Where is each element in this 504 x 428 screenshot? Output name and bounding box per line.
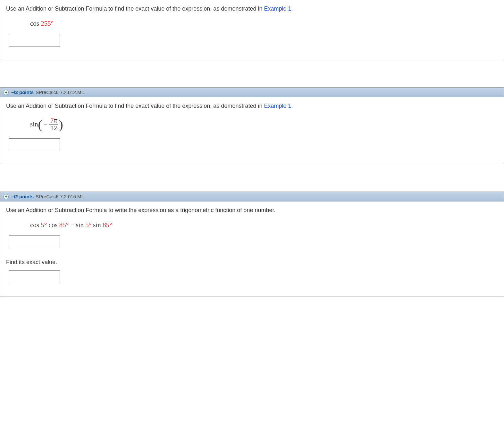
question-body-3: Use an Addition or Subtraction Formula t…: [0, 201, 504, 296]
expr-t1b: 5°: [41, 221, 47, 229]
cos-label-1: cos: [30, 20, 41, 27]
question-id-3: SPreCalc6 7.2.016.MI.: [36, 194, 84, 199]
question-header-2: –/2 points SPreCalc6 7.2.012.MI.: [0, 88, 504, 97]
sub-instruction-3: Find its exact value.: [6, 258, 498, 267]
math-expression-1: cos 255°: [30, 20, 498, 28]
question-block-1: Use an Addition or Subtraction Formula t…: [0, 0, 504, 60]
expr-t4a: sin: [91, 221, 103, 229]
instruction-text-1a: Use an Addition or Subtraction Formula t…: [6, 5, 264, 12]
points-text-3: –/2 points: [11, 194, 34, 199]
question-body-1: Use an Addition or Subtraction Formula t…: [0, 0, 504, 60]
expr-t1a: cos: [30, 221, 41, 229]
question-id-2: SPreCalc6 7.2.012.MI.: [36, 90, 84, 95]
cos-value-1: 255°: [41, 20, 54, 27]
minus-sign-2: −: [43, 120, 47, 128]
frac-num-pi-2: π: [54, 116, 57, 124]
instruction-1: Use an Addition or Subtraction Formula t…: [6, 4, 498, 13]
expand-icon-2[interactable]: [4, 90, 9, 95]
question-block-2: –/2 points SPreCalc6 7.2.012.MI. Use an …: [0, 87, 504, 164]
points-text-2: –/2 points: [11, 90, 34, 95]
question-body-2: Use an Addition or Subtraction Formula t…: [0, 97, 504, 164]
left-paren-2: (: [38, 118, 42, 131]
expr-t2a: cos: [47, 221, 59, 229]
instruction-2: Use an Addition or Subtraction Formula t…: [6, 102, 498, 110]
right-paren-2: ): [59, 118, 63, 131]
instruction-text-2b: .: [291, 103, 293, 109]
answer-input-1[interactable]: [9, 34, 60, 47]
instruction-3: Use an Addition or Subtraction Formula t…: [6, 206, 498, 215]
expr-minus: −: [69, 221, 76, 229]
answer-input-3a[interactable]: [9, 235, 60, 248]
answer-input-3b[interactable]: [9, 270, 60, 283]
sin-label-2: sin: [30, 120, 38, 128]
fraction-2: 7π 12: [49, 117, 58, 132]
instruction-text-2a: Use an Addition or Subtraction Formula t…: [6, 103, 264, 109]
math-expression-3: cos 5° cos 85° − sin 5° sin 85°: [30, 221, 498, 229]
expr-t4b: 85°: [103, 221, 112, 229]
frac-den-2: 12: [49, 124, 58, 132]
example-link-1[interactable]: Example 1: [264, 5, 291, 12]
example-link-2[interactable]: Example 1: [264, 103, 291, 109]
question-header-3: –/2 points SPreCalc6 7.2.016.MI.: [0, 192, 504, 201]
instruction-text-1b: .: [291, 5, 293, 12]
answer-input-2[interactable]: [9, 138, 60, 151]
expr-t3b: 5°: [85, 221, 91, 229]
expr-t3a: sin: [76, 221, 85, 229]
frac-num-coef-2: 7: [50, 116, 54, 124]
expr-t2b: 85°: [59, 221, 69, 229]
question-block-3: –/2 points SPreCalc6 7.2.016.MI. Use an …: [0, 192, 504, 296]
expand-icon-3[interactable]: [4, 194, 9, 199]
math-expression-2: sin(− 7π 12 ): [30, 117, 498, 132]
